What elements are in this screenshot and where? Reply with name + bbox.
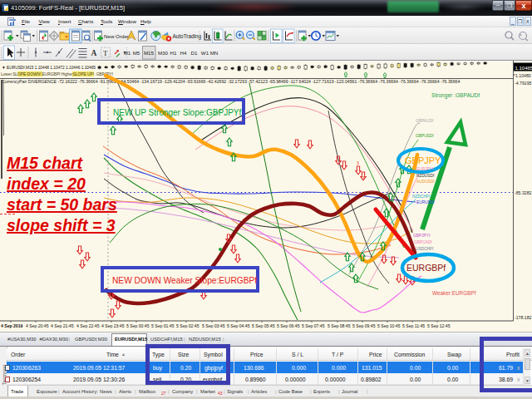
svg-text:NEW UP Stronger Slope:GBPJPYf: NEW UP Stronger Slope:GBPJPYf: [113, 108, 242, 117]
svg-text:5 Sep 03:45: 5 Sep 03:45: [202, 323, 225, 328]
svg-text:H4: H4: [180, 50, 187, 56]
svg-text:M5: M5: [133, 50, 140, 56]
svg-text:1.10480: 1.10480: [515, 73, 531, 78]
svg-text:CurrencyPair DIVERGENCE -72.16: CurrencyPair DIVERGENCE -72.16222 -76.36…: [2, 79, 460, 84]
svg-text:5 Sep 11:45: 5 Sep 11:45: [402, 323, 425, 328]
svg-text:M30: M30: [158, 50, 169, 56]
svg-text:5 Sep 10:45: 5 Sep 10:45: [377, 323, 401, 328]
svg-text:▼ EURUSDf,M15 1.10448 1.10472: ▼ EURUSDf,M15 1.10448 1.10472 1.10446 1.…: [2, 66, 96, 70]
svg-text:A: A: [91, 49, 97, 57]
svg-text:NEW DOWN Weaker Slope:EURGBPf: NEW DOWN Weaker Slope:EURGBPf: [112, 276, 257, 285]
svg-text:5 Sep 02:45: 5 Sep 02:45: [176, 323, 200, 328]
svg-text:M15: M15: [144, 50, 155, 56]
svg-text:USDCHFf: USDCHFf: [416, 247, 434, 251]
svg-text:4 Sep 20:45: 4 Sep 20:45: [26, 323, 49, 328]
svg-text:5 Sep 07:45: 5 Sep 07:45: [302, 323, 325, 328]
svg-text:GBPCADf: GBPCADf: [414, 240, 432, 244]
svg-text:Stronger :GBPAUDf: Stronger :GBPAUDf: [431, 92, 480, 99]
svg-text:New Order: New Order: [104, 33, 129, 39]
svg-text:AUDUSDf: AUDUSDf: [416, 180, 435, 184]
svg-text:5 Sep 12:45: 5 Sep 12:45: [427, 323, 451, 328]
svg-text:5 Sep 01:45: 5 Sep 01:45: [151, 323, 175, 328]
svg-text:GBPUSDf: GBPUSDf: [416, 134, 434, 138]
svg-text:-85.32821: -85.32821: [515, 190, 532, 195]
svg-text:5 Sep 04:45: 5 Sep 04:45: [227, 323, 250, 328]
svg-text:-4.79195: -4.79195: [515, 81, 532, 86]
svg-text:5 Sep 06:45: 5 Sep 06:45: [277, 323, 300, 328]
svg-text:4 Sep 21:45: 4 Sep 21:45: [51, 323, 74, 328]
svg-text:W1: W1: [201, 50, 209, 56]
svg-text:5 Sep 08:45: 5 Sep 08:45: [328, 323, 351, 328]
svg-text:D1: D1: [191, 50, 198, 56]
svg-text:4 Sep 2019: 4 Sep 2019: [1, 323, 23, 328]
svg-text:-178.1821: -178.1821: [515, 315, 532, 320]
svg-text:NZDCHFf: NZDCHFf: [412, 195, 431, 199]
svg-text:GBPJPYf: GBPJPYf: [413, 234, 431, 238]
svg-text:EURGBPf: EURGBPf: [406, 263, 446, 273]
svg-text:GBPJPY: GBPJPY: [405, 155, 441, 165]
svg-text:3: 3: [362, 175, 365, 180]
svg-text:GBPAUDf: GBPAUDf: [416, 119, 434, 123]
svg-text:index = 20: index = 20: [7, 175, 86, 193]
svg-text:T: T: [103, 49, 108, 57]
svg-text:AutoTrading: AutoTrading: [173, 33, 202, 40]
svg-text:4 Sep 22:45: 4 Sep 22:45: [76, 323, 100, 328]
svg-text:H1: H1: [170, 50, 177, 56]
svg-text:1.10465: 1.10465: [515, 66, 532, 71]
svg-text:5 Sep 09:45: 5 Sep 09:45: [352, 323, 376, 328]
svg-text:MN: MN: [210, 50, 219, 56]
svg-text:NZDUSDf: NZDUSDf: [416, 174, 435, 178]
svg-text:3: 3: [357, 160, 359, 165]
svg-text:EURJPYf: EURJPYf: [416, 167, 434, 171]
svg-text:5 Sep 05:45: 5 Sep 05:45: [252, 323, 275, 328]
svg-text:Weaker:EURGBPf: Weaker:EURGBPf: [432, 290, 476, 296]
svg-text:M1: M1: [124, 50, 131, 56]
svg-text:Lower.SLOPE-DOWN! EURGBPf High: Lower.SLOPE-DOWN! EURGBPf HigherSLOPE UP…: [1, 72, 114, 76]
svg-text:EURUSDf: EURUSDf: [416, 200, 435, 204]
svg-text:4 Sep 23:45: 4 Sep 23:45: [101, 323, 125, 328]
svg-text:slope shift = 3: slope shift = 3: [7, 216, 116, 234]
svg-text:start = 50 bars: start = 50 bars: [7, 195, 117, 214]
svg-text:5 Sep 00:45: 5 Sep 00:45: [126, 323, 150, 328]
svg-text:M15 chart: M15 chart: [7, 154, 84, 172]
